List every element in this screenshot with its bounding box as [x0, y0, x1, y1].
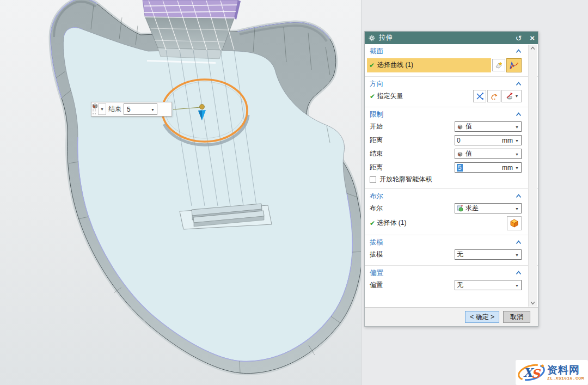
- dialog-panel-area: 拉伸 ↺ × 截面 ✔ 选择曲线 (1): [361, 0, 588, 385]
- end-mode-dropdown[interactable]: 值 ▼: [455, 149, 522, 159]
- orange-arrow-icon: [490, 92, 498, 100]
- boolean-row: 布尔 求差 ▼: [370, 201, 522, 215]
- end-label: 结束: [108, 105, 121, 114]
- dropdown-arrow-icon: ▼: [515, 253, 519, 257]
- start-distance-value: 0: [457, 137, 461, 144]
- curve-icon: [509, 60, 519, 70]
- dropdown-arrow-icon: ▼: [515, 125, 519, 129]
- collapse-chevron-icon[interactable]: [516, 49, 522, 53]
- offset-header-label: 偏置: [370, 268, 383, 278]
- section-header[interactable]: 截面: [370, 46, 522, 57]
- boolean-label: 布尔: [370, 204, 383, 213]
- collapse-chevron-icon[interactable]: [516, 194, 522, 198]
- group-direction: 方向 ✔ 指定矢量: [365, 77, 538, 107]
- collapse-chevron-icon[interactable]: [516, 240, 522, 245]
- vector-inverse-button[interactable]: [473, 90, 486, 102]
- offset-header[interactable]: 偏置: [370, 267, 522, 278]
- collapse-chevron-icon[interactable]: [516, 82, 522, 86]
- reverse-direction-button[interactable]: [487, 90, 500, 102]
- group-limits: 限制 开始 值 ▼: [365, 107, 538, 189]
- start-row: 开始 值 ▼: [370, 120, 522, 133]
- 3d-viewport[interactable]: ▼ 结束 5 ▼: [0, 0, 361, 385]
- select-body-label: 选择体 (1): [377, 218, 406, 228]
- end-distance-label: 距离: [370, 163, 383, 172]
- draft-mode-dropdown[interactable]: 无 ▼: [455, 249, 522, 260]
- collapse-chevron-icon[interactable]: [516, 271, 522, 275]
- sketch-section-button[interactable]: [492, 59, 505, 71]
- draft-mode-value: 无: [457, 250, 463, 259]
- offset-row: 偏置 无 ▼: [370, 278, 522, 292]
- dropdown-arrow-icon: ▼: [515, 152, 519, 156]
- start-distance-input[interactable]: 0 mm ▼: [455, 135, 522, 145]
- draft-header[interactable]: 拔模: [370, 237, 522, 248]
- collapse-chevron-icon[interactable]: [516, 112, 522, 117]
- vector-dialog-dropdown[interactable]: ▼: [501, 90, 522, 102]
- start-mode-dropdown[interactable]: 值 ▼: [455, 121, 522, 132]
- boolean-mode-value: 求差: [465, 204, 479, 213]
- specify-vector-row: ✔ 指定矢量: [370, 89, 522, 103]
- fretboard: [143, 0, 238, 19]
- direction-header[interactable]: 方向: [370, 78, 522, 89]
- end-distance-input[interactable]: 5 mm ▼: [455, 162, 522, 173]
- scroll-up-icon[interactable]: [530, 46, 535, 50]
- offset-label: 偏置: [370, 280, 383, 290]
- limits-header-label: 限制: [370, 110, 383, 119]
- handle-origin-ball: [200, 105, 205, 109]
- close-icon[interactable]: ×: [530, 34, 535, 42]
- dialog-scrollbar[interactable]: [528, 45, 537, 307]
- select-curve-label: 选择曲线 (1): [377, 60, 413, 70]
- group-offset: 偏置 偏置 无 ▼: [365, 266, 538, 296]
- logo-s: S: [531, 366, 541, 381]
- cancel-button[interactable]: 取消: [503, 311, 530, 323]
- draft-row: 拔模 无 ▼: [370, 248, 522, 261]
- sketch-section-icon: [494, 61, 503, 70]
- draft-header-label: 拔模: [370, 238, 383, 247]
- start-distance-unit: mm: [502, 137, 513, 144]
- extrude-mini-toolbar[interactable]: ▼ 结束 5 ▼: [91, 102, 172, 117]
- curve-rule-button[interactable]: [506, 58, 522, 72]
- offset-mode-value: 无: [457, 280, 463, 290]
- value-cube-icon: [91, 102, 99, 109]
- check-icon: ✔: [370, 93, 375, 100]
- boolean-header-label: 布尔: [370, 192, 383, 201]
- watermark-site-url: ZL.XS1616.COM: [547, 376, 584, 381]
- select-curve-field[interactable]: ✔ 选择曲线 (1): [367, 58, 491, 72]
- select-body-button[interactable]: [507, 216, 522, 230]
- dropdown-arrow-icon[interactable]: ▼: [151, 108, 155, 112]
- crossed-vectors-icon: [476, 92, 484, 100]
- group-draft: 拔模 拔模 无 ▼: [365, 235, 538, 266]
- offset-mode-dropdown[interactable]: 无 ▼: [455, 280, 522, 290]
- start-distance-row: 距离 0 mm ▼: [370, 133, 522, 147]
- ok-button[interactable]: < 确定 >: [465, 311, 499, 323]
- dropdown-arrow-icon: ▼: [515, 207, 519, 211]
- open-profile-row: 开放轮廓智能体积: [370, 174, 522, 185]
- dialog-titlebar[interactable]: 拉伸 ↺ ×: [365, 32, 538, 44]
- start-label: 开始: [370, 122, 383, 131]
- end-distance-value-selected: 5: [457, 164, 463, 172]
- end-distance-unit: mm: [502, 164, 513, 172]
- end-distance-input[interactable]: 5 ▼: [124, 103, 157, 115]
- boolean-mode-dropdown[interactable]: 求差 ▼: [455, 203, 522, 213]
- select-body-row: ✔ 选择体 (1): [370, 215, 522, 231]
- subtract-icon: [457, 205, 463, 212]
- end-mode-dropdown[interactable]: ▼: [98, 103, 106, 115]
- draft-label: 拔模: [370, 250, 383, 259]
- dropdown-arrow-icon: ▼: [100, 107, 104, 111]
- end-row: 结束 值 ▼: [370, 147, 522, 161]
- end-mode-value: 值: [465, 149, 472, 158]
- scroll-down-icon[interactable]: [530, 301, 535, 305]
- select-curve-row: ✔ 选择曲线 (1): [367, 58, 522, 72]
- limits-header[interactable]: 限制: [370, 109, 522, 120]
- section-header-label: 截面: [370, 47, 383, 56]
- dropdown-arrow-icon: ▼: [515, 94, 519, 98]
- start-mode-value: 值: [465, 122, 472, 131]
- direction-header-label: 方向: [370, 80, 383, 89]
- open-profile-checkbox[interactable]: [370, 176, 376, 183]
- dropdown-arrow-icon[interactable]: ▼: [515, 139, 519, 143]
- application-window: ▼ 结束 5 ▼ 拉伸: [0, 0, 588, 385]
- boolean-header[interactable]: 布尔: [370, 191, 522, 201]
- extrude-dialog: 拉伸 ↺ × 截面 ✔ 选择曲线 (1): [364, 31, 538, 327]
- dropdown-arrow-icon[interactable]: ▼: [515, 166, 519, 170]
- guitar-body-model: [0, 0, 361, 385]
- undo-icon[interactable]: ↺: [516, 34, 522, 42]
